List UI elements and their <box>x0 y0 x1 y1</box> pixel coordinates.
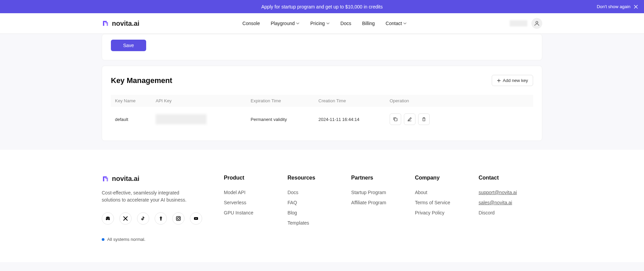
edit-icon <box>407 117 412 122</box>
logo-icon <box>102 20 109 27</box>
status-row[interactable]: All systems normal. <box>102 237 224 242</box>
footer-link-docs[interactable]: Docs <box>288 190 351 195</box>
footer-heading-partners: Partners <box>351 175 415 181</box>
col-api-key: API Key <box>156 98 251 103</box>
cell-creation: 2024-11-11 16:44:14 <box>318 117 390 122</box>
balance-redacted <box>510 20 527 26</box>
logo-icon <box>102 175 109 183</box>
banner-dismiss-link[interactable]: Don't show again <box>597 4 630 9</box>
nav-pricing[interactable]: Pricing <box>310 21 330 26</box>
nav: Console Playground Pricing Docs Billing … <box>242 21 407 26</box>
footer-link-startup[interactable]: Startup Program <box>351 190 415 195</box>
chevron-down-icon <box>403 22 407 25</box>
footer-brand-name: novita.ai <box>112 175 139 183</box>
footer-link-gpu[interactable]: GPU Instance <box>224 210 288 215</box>
edit-button[interactable] <box>404 113 415 125</box>
chevron-down-icon <box>326 22 330 25</box>
footer-link-templates[interactable]: Templates <box>288 220 351 226</box>
chevron-down-icon <box>296 22 299 25</box>
plus-icon <box>497 79 501 83</box>
tiktok-icon[interactable] <box>137 212 149 225</box>
footer-link-about[interactable]: About <box>415 190 479 195</box>
footer-col-company: Company About Terms of Service Privacy P… <box>415 175 479 242</box>
table-row: default Permanent validity 2024-11-11 16… <box>111 107 533 132</box>
footer-heading-product: Product <box>224 175 288 181</box>
footer-heading-contact: Contact <box>479 175 542 181</box>
footer-link-support-email[interactable]: support@novita.ai <box>479 190 542 195</box>
table-header: Key Name API Key Expiration Time Creatio… <box>111 95 533 107</box>
footer-link-privacy[interactable]: Privacy Policy <box>415 210 479 215</box>
delete-button[interactable] <box>418 113 430 125</box>
footer-col-product: Product Model API Serverless GPU Instanc… <box>224 175 288 242</box>
cell-operations <box>390 113 529 125</box>
footer-link-faq[interactable]: FAQ <box>288 200 351 205</box>
save-button[interactable]: Save <box>111 40 146 51</box>
status-dot-icon <box>102 238 104 241</box>
copy-icon <box>393 117 398 122</box>
cell-expiration: Permanent validity <box>251 117 318 122</box>
keys-table: Key Name API Key Expiration Time Creatio… <box>111 95 533 132</box>
x-icon[interactable] <box>119 212 132 225</box>
footer-col-partners: Partners Startup Program Affiliate Progr… <box>351 175 415 242</box>
banner-text[interactable]: Apply for startup program and get up to … <box>261 4 383 9</box>
close-icon[interactable] <box>633 4 639 9</box>
save-card: Save <box>102 34 542 60</box>
footer: novita.ai Cost-effective, seamlessly int… <box>0 150 644 262</box>
svg-rect-1 <box>394 118 397 121</box>
promo-banner: Apply for startup program and get up to … <box>0 0 644 13</box>
nav-console[interactable]: Console <box>242 21 260 26</box>
avatar[interactable] <box>531 18 542 29</box>
footer-heading-company: Company <box>415 175 479 181</box>
nav-playground[interactable]: Playground <box>271 21 299 26</box>
footer-link-sales-email[interactable]: sales@novita.ai <box>479 200 542 205</box>
footer-tagline: Cost-effective, seamlessly integrated so… <box>102 189 197 204</box>
footer-heading-resources: Resources <box>288 175 351 181</box>
brand-name: novita.ai <box>112 20 139 27</box>
svg-point-4 <box>179 217 180 218</box>
svg-rect-2 <box>176 216 180 221</box>
col-creation: Creation Time <box>318 98 390 103</box>
youtube-icon[interactable] <box>190 212 202 225</box>
col-operation: Operation <box>390 98 529 103</box>
add-key-button[interactable]: Add new key <box>492 75 533 86</box>
content: Save Key Management Add new key Key Name… <box>0 34 644 141</box>
nav-contact[interactable]: Contact <box>386 21 407 26</box>
key-management-title: Key Management <box>111 76 172 85</box>
footer-link-blog[interactable]: Blog <box>288 210 351 215</box>
cell-key-name: default <box>115 117 156 122</box>
discord-icon[interactable] <box>102 212 114 225</box>
nav-billing[interactable]: Billing <box>362 21 375 26</box>
trash-icon <box>422 117 426 122</box>
footer-link-affiliate[interactable]: Affiliate Program <box>351 200 415 205</box>
col-expiration: Expiration Time <box>251 98 318 103</box>
facebook-icon[interactable] <box>155 212 167 225</box>
footer-col-resources: Resources Docs FAQ Blog Templates <box>288 175 351 242</box>
col-key-name: Key Name <box>115 98 156 103</box>
cell-api-key-redacted <box>156 114 251 124</box>
status-text: All systems normal. <box>107 237 145 242</box>
copy-button[interactable] <box>390 113 401 125</box>
nav-docs[interactable]: Docs <box>340 21 351 26</box>
footer-link-serverless[interactable]: Serverless <box>224 200 288 205</box>
instagram-icon[interactable] <box>172 212 184 225</box>
footer-brand-col: novita.ai Cost-effective, seamlessly int… <box>102 175 224 242</box>
logo[interactable]: novita.ai <box>102 20 139 27</box>
header: novita.ai Console Playground Pricing Doc… <box>0 13 644 34</box>
social-row <box>102 212 224 225</box>
footer-link-tos[interactable]: Terms of Service <box>415 200 479 205</box>
svg-point-3 <box>177 217 179 220</box>
footer-link-model-api[interactable]: Model API <box>224 190 288 195</box>
header-right <box>510 18 542 29</box>
footer-logo[interactable]: novita.ai <box>102 175 224 183</box>
footer-link-discord[interactable]: Discord <box>479 210 542 215</box>
user-icon <box>534 21 540 26</box>
key-management-card: Key Management Add new key Key Name API … <box>102 66 542 141</box>
footer-col-contact: Contact support@novita.ai sales@novita.a… <box>479 175 542 242</box>
svg-point-0 <box>536 21 538 23</box>
